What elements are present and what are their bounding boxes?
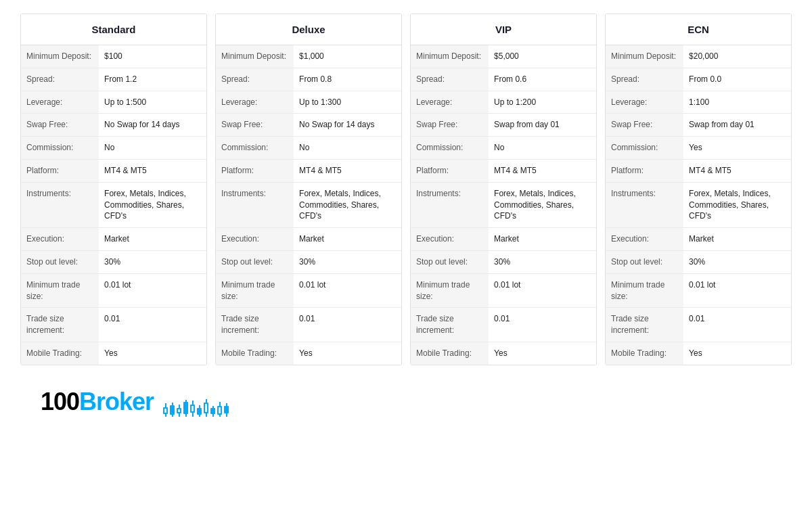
row-value: No [99, 137, 206, 159]
candle [190, 401, 195, 417]
row-value: Forex, Metals, Indices, Commodities, Sha… [99, 183, 206, 227]
candle-body [177, 408, 181, 413]
candle-wick-bottom [212, 414, 214, 417]
row-value: From 0.0 [683, 68, 791, 91]
candle [183, 400, 188, 417]
row-value: Up to 1:500 [99, 91, 206, 114]
row-value: From 0.8 [294, 68, 401, 91]
table-row: Minimum trade size:0.01 lot [411, 274, 596, 309]
table-row: Mobile Trading:Yes [21, 342, 206, 365]
table-row: Mobile Trading:Yes [606, 342, 791, 365]
row-label: Mobile Trading: [606, 342, 683, 365]
table-row: Spread:From 0.0 [606, 68, 791, 91]
table-row: Swap Free:Swap from day 01 [606, 114, 791, 137]
row-label: Mobile Trading: [216, 342, 294, 365]
candle-wick-bottom [172, 415, 173, 417]
candle-body [210, 408, 215, 414]
row-value: Forex, Metals, Indices, Commodities, Sha… [294, 183, 401, 227]
account-rows-ecn: Minimum Deposit:$20,000Spread:From 0.0Le… [606, 45, 791, 365]
table-row: Instruments:Forex, Metals, Indices, Comm… [21, 183, 206, 228]
row-label: Swap Free: [606, 114, 683, 136]
brand-name: 100Broker [41, 388, 154, 416]
row-value: No [294, 137, 401, 159]
table-row: Execution:Market [606, 228, 791, 251]
candle-wick-bottom [199, 415, 200, 417]
candle-body [190, 405, 195, 413]
table-row: Minimum Deposit:$20,000 [606, 45, 791, 68]
row-label: Minimum trade size: [606, 274, 683, 308]
row-label: Execution: [411, 228, 489, 250]
candle-wick-bottom [179, 413, 180, 417]
table-row: Leverage:Up to 1:300 [216, 91, 401, 114]
row-value: MT4 & MT5 [99, 160, 206, 182]
candle-wick-bottom [226, 413, 227, 417]
table-row: Trade size increment:0.01 [216, 308, 401, 342]
account-rows-standard: Minimum Deposit:$100Spread:From 1.2Lever… [21, 45, 206, 365]
candle-body [204, 403, 208, 413]
row-label: Commission: [411, 137, 489, 159]
table-row: Commission:No [411, 137, 596, 160]
table-row: Stop out level:30% [411, 251, 596, 274]
row-label: Trade size increment: [411, 308, 489, 342]
table-row: Swap Free:Swap from day 01 [411, 114, 596, 137]
row-value: MT4 & MT5 [683, 160, 791, 182]
row-value: No Swap for 14 days [99, 114, 206, 136]
candle [177, 405, 181, 417]
row-value: $100 [99, 45, 206, 68]
row-label: Swap Free: [411, 114, 489, 136]
row-label: Minimum Deposit: [411, 45, 489, 68]
account-card-vip: VIPMinimum Deposit:$5,000Spread:From 0.6… [410, 14, 597, 365]
table-row: Trade size increment:0.01 [606, 308, 791, 342]
candle-wick-top [165, 403, 166, 407]
table-row: Instruments:Forex, Metals, Indices, Comm… [411, 183, 596, 228]
row-value: 0.01 lot [683, 274, 791, 308]
table-row: Swap Free:No Swap for 14 days [216, 114, 401, 137]
row-label: Trade size increment: [606, 308, 683, 342]
row-label: Spread: [216, 68, 294, 91]
candle-wick-top [219, 402, 221, 406]
row-value: 0.01 [489, 308, 596, 342]
candle-wick-bottom [165, 414, 166, 417]
table-row: Commission:No [216, 137, 401, 160]
row-label: Leverage: [216, 91, 294, 114]
row-label: Minimum trade size: [216, 274, 294, 308]
row-label: Leverage: [606, 91, 683, 114]
row-label: Mobile Trading: [21, 342, 99, 365]
row-label: Instruments: [21, 183, 99, 227]
row-label: Platform: [411, 160, 489, 182]
row-label: Commission: [606, 137, 683, 159]
candle [210, 406, 215, 417]
row-value: From 0.6 [489, 68, 596, 91]
row-label: Trade size increment: [216, 308, 294, 342]
row-value: Yes [683, 342, 791, 365]
candlestick-chart [163, 387, 229, 417]
table-row: Minimum trade size:0.01 lot [606, 274, 791, 309]
row-value: 0.01 [99, 308, 206, 342]
table-row: Leverage:Up to 1:500 [21, 91, 206, 114]
account-card-ecn: ECNMinimum Deposit:$20,000Spread:From 0.… [605, 14, 792, 365]
table-row: Instruments:Forex, Metals, Indices, Comm… [606, 183, 791, 228]
row-label: Leverage: [21, 91, 99, 114]
row-value: Up to 1:200 [489, 91, 596, 114]
table-row: Leverage:Up to 1:200 [411, 91, 596, 114]
row-value: Yes [99, 342, 206, 365]
row-value: Yes [489, 342, 596, 365]
table-row: Instruments:Forex, Metals, Indices, Comm… [216, 183, 401, 228]
row-value: $20,000 [683, 45, 791, 68]
candle-body [224, 406, 229, 413]
row-value: Yes [683, 137, 791, 159]
row-label: Execution: [606, 228, 683, 250]
account-header-ecn: ECN [606, 14, 791, 45]
row-label: Stop out level: [21, 251, 99, 273]
row-label: Spread: [606, 68, 683, 91]
table-row: Platform:MT4 & MT5 [216, 160, 401, 183]
row-label: Execution: [216, 228, 294, 250]
candle-wick-bottom [192, 413, 194, 417]
account-rows-deluxe: Minimum Deposit:$1,000Spread:From 0.8Lev… [216, 45, 401, 365]
candle [170, 403, 175, 417]
row-value: Yes [294, 342, 401, 365]
footer: 100Broker [20, 378, 792, 424]
row-value: Forex, Metals, Indices, Commodities, Sha… [489, 183, 596, 227]
row-value: 30% [683, 251, 791, 273]
candle-body [217, 406, 222, 415]
